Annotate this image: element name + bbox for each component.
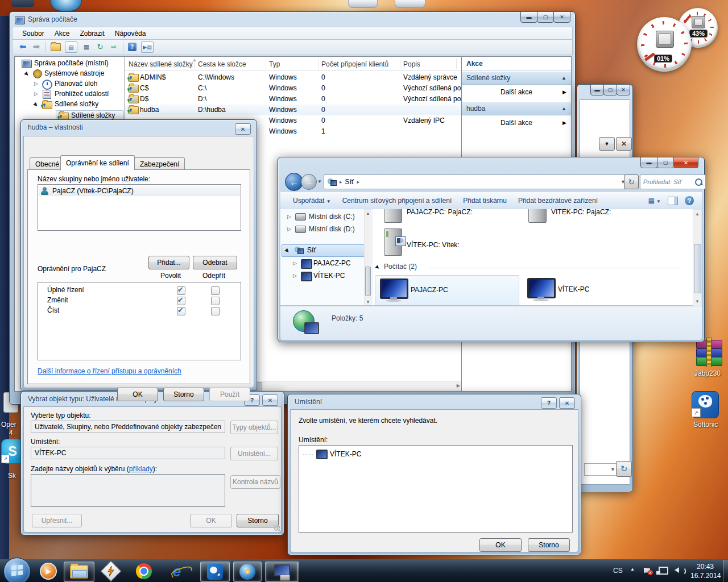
group-header-computers[interactable]: ▶ Počítač (2) (376, 263, 686, 273)
taskbar-computer-mgmt-button[interactable] (265, 562, 299, 582)
clock[interactable]: 20:43 16.7.2014 (690, 562, 720, 580)
partial-desktop-icon[interactable] (395, 0, 425, 8)
maximize-button[interactable]: ▢ (537, 11, 554, 23)
column-header[interactable]: Cesta ke složce (198, 60, 246, 68)
minimize-button[interactable]: ▬ (640, 157, 657, 168)
menu-zobrazit[interactable]: Zobrazit (75, 28, 109, 39)
computer-item-pajacz[interactable]: PAJACZ-PC (375, 275, 519, 305)
apply-button[interactable]: Použít (209, 388, 250, 401)
nav-item-pajacz-pc[interactable]: ▷PAJACZ-PC (280, 258, 371, 269)
group-list-item[interactable]: PajaCZ (Vítek-PC\PajaCZ) (39, 186, 240, 196)
views-icon[interactable]: ▦ ▼ (648, 197, 661, 205)
action-center-icon[interactable]: ✕ (644, 567, 650, 575)
object-names-input[interactable] (31, 474, 225, 507)
tab-obecne[interactable]: Obecné (30, 157, 65, 170)
computer-item-vitek[interactable]: VÍTEK-PC (523, 275, 666, 305)
allow-checkbox[interactable] (177, 286, 185, 295)
table-row[interactable]: D$ D:\ Windows 0 Výchozí sdílená pol (125, 94, 462, 105)
taskbar-ie-button[interactable]: e (165, 562, 189, 581)
group-list[interactable]: PajaCZ (Vítek-PC\PajaCZ) (38, 184, 241, 231)
nav-item-disk-c[interactable]: ▷Místní disk (C:) (280, 211, 371, 223)
volume-tray-icon[interactable] (675, 567, 679, 575)
resize-grip[interactable] (274, 525, 280, 531)
up-folder-icon[interactable] (50, 42, 61, 52)
dropdown-button[interactable]: ▼ (599, 137, 615, 151)
action-group-shared-folders[interactable]: Sdílené složky ▲ (462, 72, 571, 85)
explorer-window[interactable]: ▬ ▢ ✕ ← → ▼ ▸ Síť ▸ ▼ ↻ Prohledat: Síť U… (278, 157, 705, 342)
object-types-button[interactable]: Typy objektů... (230, 421, 278, 434)
examples-link[interactable]: příklady (129, 465, 153, 473)
column-header[interactable]: Název sdílené složky (129, 60, 193, 68)
allow-checkbox[interactable] (177, 307, 185, 315)
help-icon[interactable]: ? (126, 41, 138, 52)
language-indicator[interactable]: CS (613, 567, 623, 575)
menu-napoveda[interactable]: Nápověda (110, 28, 151, 39)
help-icon[interactable]: ? (685, 196, 694, 205)
group-collapse-icon[interactable]: ▶ (375, 264, 381, 271)
table-row[interactable]: C$ C:\ Windows 0 Výchozí sdílená pol (125, 83, 462, 94)
maximize-button[interactable]: ▢ (657, 157, 674, 168)
close-button[interactable]: ✕ (553, 11, 570, 23)
show-desktop-button[interactable] (723, 560, 728, 582)
allow-checkbox[interactable] (177, 297, 185, 305)
cancel-button[interactable]: Storno (237, 514, 279, 527)
taskbar-chrome-button[interactable] (132, 562, 156, 581)
address-bar[interactable]: ▸ Síť ▸ ▼ (324, 174, 630, 189)
deny-checkbox[interactable] (211, 307, 220, 315)
action-item-more-actions[interactable]: Další akce ▶ (462, 86, 571, 98)
preview-pane-icon[interactable] (668, 197, 678, 205)
taskbar-winamp-button[interactable] (99, 562, 123, 581)
nav-item-disk-d[interactable]: ▷Místní disk (D:) (280, 224, 371, 235)
action-item-more-actions[interactable]: Další akce ▶ (462, 117, 571, 128)
remove-button[interactable]: Odebrat (193, 256, 237, 269)
add-button[interactable]: Přidat... (148, 256, 189, 269)
partial-desktop-icon[interactable] (11, 0, 34, 7)
cancel-button[interactable]: Storno (528, 538, 570, 552)
media-device-item[interactable]: PAJACZ-PC: PajaCZ: (384, 209, 526, 227)
table-row[interactable]: ADMIN$ C:\Windows Windows 0 Vzdálený spr… (125, 72, 462, 83)
partial-desktop-icon[interactable] (348, 0, 378, 8)
breadcrumb[interactable]: Síť (345, 178, 354, 186)
close-button[interactable]: ✕ (617, 84, 630, 95)
ok-button[interactable]: OK (117, 388, 158, 401)
advanced-button[interactable]: Upřesnit... (32, 514, 82, 527)
column-header[interactable]: Počet připojení klientů (321, 60, 388, 68)
refresh-button[interactable]: ↻ (616, 461, 632, 477)
column-header[interactable]: Popis (403, 60, 420, 68)
close-small-button[interactable]: ✕ (616, 137, 632, 151)
taskbar-wmp-button[interactable]: ▶ (36, 562, 60, 581)
location-tree[interactable]: ····· VÍTEK-PC (299, 445, 573, 533)
nav-item-vitek-pc[interactable]: ▷VÍTEK-PC (280, 271, 371, 282)
hudba-properties-dialog[interactable]: hudba – vlastnosti ✕ Obecné Oprávnění ke… (20, 119, 257, 391)
tree-item-vitek-pc[interactable]: ····· VÍTEK-PC (303, 449, 361, 459)
locations-button[interactable]: Umístění... (230, 447, 278, 460)
close-button[interactable]: ✕ (673, 157, 698, 168)
check-names-button[interactable]: Kontrola názvů (230, 475, 280, 489)
forward-icon[interactable]: ➡ (31, 41, 42, 52)
properties-icon[interactable]: ▦ (81, 41, 92, 52)
deny-checkbox[interactable] (211, 286, 220, 295)
action-group-hudba[interactable]: hudba ▲ (462, 102, 571, 115)
locations-dialog[interactable]: Umístění ? ✕ Zvolte umístění, ve kterém … (287, 394, 581, 555)
media-device-item[interactable]: VÍTEK-PC: Vítek: (384, 228, 526, 260)
tab-opravneni-ke-sdileni[interactable]: Oprávnění ke sdílení (60, 155, 135, 170)
show-action-pane-icon[interactable]: ▶▤ (141, 41, 154, 53)
help-button[interactable]: ? (541, 397, 557, 409)
add-printer-button[interactable]: Přidat tiskárnu (457, 197, 512, 205)
tab-zabezpeceni[interactable]: Zabezpečení (134, 157, 185, 170)
close-button[interactable]: ✕ (559, 397, 575, 409)
ok-button[interactable]: OK (479, 538, 522, 552)
add-wireless-device-button[interactable]: Přidat bezdrátové zařízení (512, 197, 603, 205)
menu-akce[interactable]: Akce (49, 28, 75, 39)
maximize-button[interactable]: ▢ (603, 84, 617, 95)
taskbar-explorer-button[interactable] (64, 562, 94, 582)
back-icon[interactable]: ⬅ (17, 41, 28, 52)
start-button[interactable] (3, 558, 31, 582)
taskbar-blue-sphere-button[interactable] (233, 562, 262, 582)
menu-soubor[interactable]: Soubor (17, 28, 49, 39)
show-hidden-icons-chevron[interactable]: ▲ (630, 567, 635, 572)
organize-menu[interactable]: Uspořádat ▼ (287, 197, 337, 205)
column-header[interactable]: Typ (269, 60, 280, 68)
refresh-icon[interactable]: ↻ (94, 41, 106, 52)
refresh-button[interactable]: ↻ (624, 174, 639, 189)
